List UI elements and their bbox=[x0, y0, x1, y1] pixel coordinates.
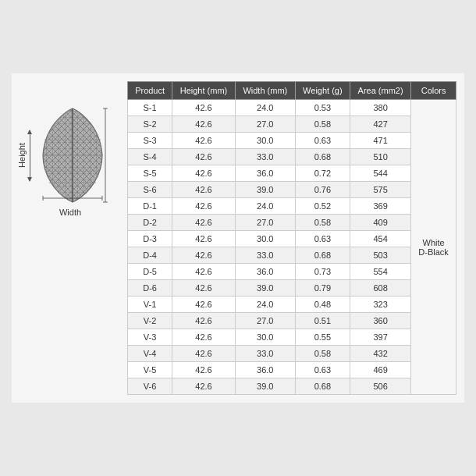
table-cell: D-1 bbox=[128, 198, 172, 215]
height-label: Height bbox=[17, 143, 27, 168]
table-cell: 0.52 bbox=[295, 198, 350, 215]
main-container: Height bbox=[12, 73, 464, 403]
table-cell: 0.63 bbox=[295, 133, 350, 149]
table-cell: V-3 bbox=[128, 329, 172, 346]
left-panel: Height bbox=[20, 81, 121, 217]
table-cell: 471 bbox=[350, 133, 411, 149]
table-cell: 39.0 bbox=[235, 280, 295, 297]
table-cell: 30.0 bbox=[235, 231, 295, 247]
table-cell: 42.6 bbox=[172, 198, 236, 215]
table-cell: 27.0 bbox=[235, 116, 295, 133]
table-cell: 369 bbox=[350, 198, 411, 215]
table-cell: 544 bbox=[350, 165, 411, 182]
table-row: D-642.639.00.79608 bbox=[128, 280, 456, 297]
table-cell: 42.6 bbox=[172, 133, 236, 149]
col-header-colors: Colors bbox=[411, 82, 456, 100]
table-cell: 24.0 bbox=[235, 198, 295, 215]
table-row: S-542.636.00.72544 bbox=[128, 165, 456, 182]
table-cell: 33.0 bbox=[235, 247, 295, 264]
table-cell: 30.0 bbox=[235, 133, 295, 149]
table-cell: 0.72 bbox=[295, 165, 350, 182]
table-cell: 0.63 bbox=[295, 362, 350, 378]
table-cell: 27.0 bbox=[235, 313, 295, 329]
table-cell: 0.79 bbox=[295, 280, 350, 297]
table-cell: 454 bbox=[350, 231, 411, 247]
table-cell: 42.6 bbox=[172, 247, 236, 264]
table-cell: D-3 bbox=[128, 231, 172, 247]
table-cell: 27.0 bbox=[235, 215, 295, 231]
table-cell: V-4 bbox=[128, 346, 172, 362]
table-cell: 0.68 bbox=[295, 149, 350, 165]
table-row: D-242.627.00.58409 bbox=[128, 215, 456, 231]
table-cell: V-5 bbox=[128, 362, 172, 378]
table-cell: 42.6 bbox=[172, 297, 236, 313]
table-cell: 503 bbox=[350, 247, 411, 264]
table-cell: 0.55 bbox=[295, 329, 350, 346]
table-row: D-142.624.00.52369 bbox=[128, 198, 456, 215]
table-cell: S-4 bbox=[128, 149, 172, 165]
table-cell: 30.0 bbox=[235, 329, 295, 346]
table-cell: 42.6 bbox=[172, 346, 236, 362]
table-row: S-242.627.00.58427 bbox=[128, 116, 456, 133]
table-cell: 0.68 bbox=[295, 247, 350, 264]
table-cell: 469 bbox=[350, 362, 411, 378]
table-cell: V-2 bbox=[128, 313, 172, 329]
table-cell: 427 bbox=[350, 116, 411, 133]
table-cell: 575 bbox=[350, 182, 411, 198]
table-cell: 0.58 bbox=[295, 116, 350, 133]
table-cell: 42.6 bbox=[172, 215, 236, 231]
col-header-product: Product bbox=[128, 82, 172, 100]
table-cell: 0.76 bbox=[295, 182, 350, 198]
table-cell: 0.63 bbox=[295, 231, 350, 247]
table-cell: 39.0 bbox=[235, 182, 295, 198]
table-cell: 42.6 bbox=[172, 313, 236, 329]
dart-image bbox=[34, 105, 112, 206]
table-cell: 0.48 bbox=[295, 297, 350, 313]
table-cell: 39.0 bbox=[235, 378, 295, 395]
table-cell: 42.6 bbox=[172, 264, 236, 280]
table-cell: 608 bbox=[350, 280, 411, 297]
table-cell: 0.51 bbox=[295, 313, 350, 329]
table-cell: 42.6 bbox=[172, 100, 236, 116]
col-header-weight: Weight (g) bbox=[295, 82, 350, 100]
table-cell: V-1 bbox=[128, 297, 172, 313]
table-row: D-342.630.00.63454 bbox=[128, 231, 456, 247]
table-row: V-242.627.00.51360 bbox=[128, 313, 456, 329]
table-cell: 432 bbox=[350, 346, 411, 362]
table-row: V-642.639.00.68506 bbox=[128, 378, 456, 395]
table-row: V-142.624.00.48323 bbox=[128, 297, 456, 313]
table-cell: 36.0 bbox=[235, 362, 295, 378]
table-row: D-542.636.00.73554 bbox=[128, 264, 456, 280]
table-cell: 506 bbox=[350, 378, 411, 395]
table-cell: S-1 bbox=[128, 100, 172, 116]
table-cell: 42.6 bbox=[172, 231, 236, 247]
col-header-width: Width (mm) bbox=[235, 82, 295, 100]
table-cell: 36.0 bbox=[235, 264, 295, 280]
table-cell: 33.0 bbox=[235, 149, 295, 165]
table-cell: 24.0 bbox=[235, 297, 295, 313]
col-header-height: Height (mm) bbox=[172, 82, 236, 100]
table-row: V-342.630.00.55397 bbox=[128, 329, 456, 346]
table-row: V-542.636.00.63469 bbox=[128, 362, 456, 378]
table-cell: D-2 bbox=[128, 215, 172, 231]
table-cell: 42.6 bbox=[172, 165, 236, 182]
table-cell: 0.73 bbox=[295, 264, 350, 280]
table-cell: 36.0 bbox=[235, 165, 295, 182]
table-cell: 42.6 bbox=[172, 280, 236, 297]
table-cell: 323 bbox=[350, 297, 411, 313]
table-cell: 409 bbox=[350, 215, 411, 231]
table-row: S-142.624.00.53380White D-Black bbox=[128, 100, 456, 116]
table-cell: 0.53 bbox=[295, 100, 350, 116]
table-cell: 42.6 bbox=[172, 182, 236, 198]
table-cell: 360 bbox=[350, 313, 411, 329]
table-cell: 42.6 bbox=[172, 362, 236, 378]
data-table: Product Height (mm) Width (mm) Weight (g… bbox=[127, 81, 456, 395]
table-row: S-642.639.00.76575 bbox=[128, 182, 456, 198]
table-cell: 554 bbox=[350, 264, 411, 280]
table-cell: 33.0 bbox=[235, 346, 295, 362]
table-cell: S-6 bbox=[128, 182, 172, 198]
table-cell: 0.58 bbox=[295, 346, 350, 362]
table-cell: 24.0 bbox=[235, 100, 295, 116]
table-cell: 42.6 bbox=[172, 378, 236, 395]
table-cell: S-2 bbox=[128, 116, 172, 133]
